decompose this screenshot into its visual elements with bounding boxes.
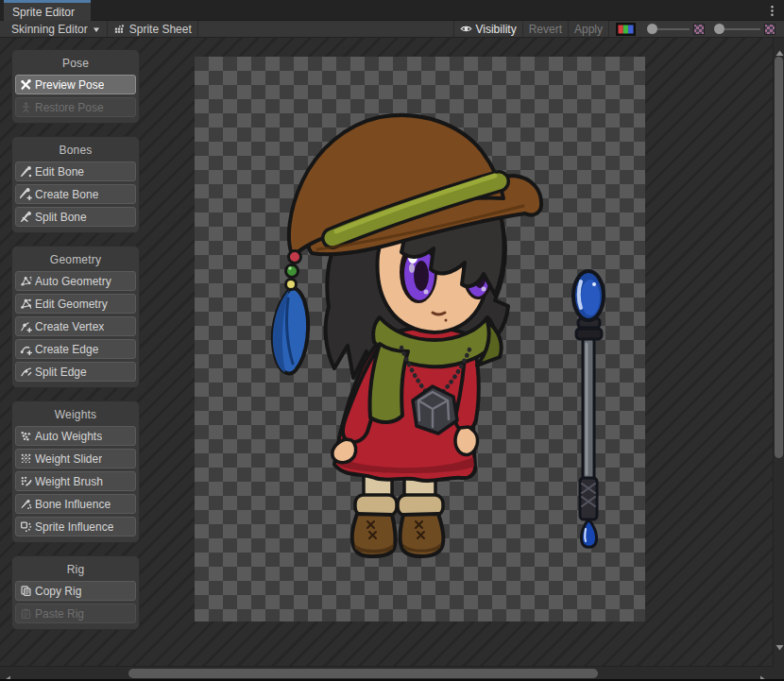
bone-influence-icon bbox=[19, 498, 32, 511]
sprite-sheet-label: Sprite Sheet bbox=[129, 23, 192, 36]
scrollbar-corner bbox=[773, 666, 784, 680]
toolbar: Skinning Editor Sprite Sheet Visibility … bbox=[0, 21, 784, 38]
tab-bar: Sprite Editor bbox=[0, 0, 784, 21]
button-label: Restore Pose bbox=[35, 101, 104, 114]
create-vertex-button[interactable]: Create Vertex bbox=[15, 316, 136, 336]
button-label: Edit Geometry bbox=[35, 298, 108, 311]
skinning-editor-label: Skinning Editor bbox=[11, 23, 88, 36]
weight-brush-icon bbox=[19, 475, 32, 488]
checker-icon bbox=[764, 24, 775, 35]
group-title: Weights bbox=[15, 408, 136, 421]
auto-geometry-icon bbox=[19, 275, 32, 288]
button-label: Weight Brush bbox=[35, 475, 103, 488]
preview-pose-icon bbox=[19, 78, 32, 92]
skinning-editor-dropdown[interactable]: Skinning Editor bbox=[6, 21, 107, 38]
button-label: Sprite Influence bbox=[35, 520, 113, 534]
button-label: Copy Rig bbox=[35, 585, 81, 598]
create-vertex-icon bbox=[19, 320, 32, 333]
horizontal-scroll-thumb[interactable] bbox=[128, 669, 598, 678]
auto-geometry-button[interactable]: Auto Geometry bbox=[15, 271, 136, 291]
eye-icon bbox=[460, 23, 472, 35]
button-label: Create Bone bbox=[35, 188, 98, 201]
button-label: Split Bone bbox=[35, 211, 87, 224]
sprite-sheet-icon bbox=[113, 23, 126, 35]
sprite-sheet-button[interactable]: Sprite Sheet bbox=[108, 21, 197, 38]
slider-track[interactable] bbox=[657, 28, 690, 30]
group-title: Bones bbox=[15, 144, 136, 157]
right-hand bbox=[455, 427, 478, 455]
paste-rig-button[interactable]: Paste Rig bbox=[15, 604, 136, 623]
caret-down-icon bbox=[92, 25, 101, 34]
vertical-scrollbar[interactable] bbox=[773, 38, 784, 666]
button-label: Create Edge bbox=[35, 343, 98, 356]
staff-shaft bbox=[583, 338, 594, 480]
transparency-checker-canvas[interactable] bbox=[195, 57, 645, 621]
weight-slider-button[interactable]: Weight Slider bbox=[15, 449, 136, 468]
edit-geometry-button[interactable]: Edit Geometry bbox=[15, 294, 136, 314]
split-edge-button[interactable]: Split Edge bbox=[15, 362, 136, 382]
create-bone-icon bbox=[19, 188, 32, 201]
staff-orb-sparkle bbox=[592, 282, 596, 286]
edit-bone-button[interactable]: Edit Bone bbox=[15, 162, 136, 181]
button-label: Auto Geometry bbox=[35, 275, 111, 288]
copy-rig-button[interactable]: Copy Rig bbox=[15, 581, 136, 601]
weight-brush-button[interactable]: Weight Brush bbox=[15, 471, 136, 491]
toolbar-right: Visibility Revert Apply bbox=[453, 21, 781, 38]
split-edge-icon bbox=[19, 366, 32, 379]
restore-pose-button[interactable]: Restore Pose bbox=[15, 97, 136, 117]
copy-rig-icon bbox=[19, 585, 32, 598]
preview-pose-button[interactable]: Preview Pose bbox=[15, 75, 136, 94]
horizontal-scrollbar[interactable] bbox=[0, 666, 773, 680]
button-label: Preview Pose bbox=[35, 78, 104, 92]
visibility-button[interactable]: Visibility bbox=[454, 21, 522, 38]
weight-slider-icon bbox=[19, 452, 32, 466]
sprite-canvas-svg bbox=[195, 57, 645, 621]
witch-character[interactable] bbox=[273, 115, 541, 556]
slider-knob[interactable] bbox=[647, 24, 657, 34]
create-bone-button[interactable]: Create Bone bbox=[15, 184, 136, 204]
staff-gem-highlight bbox=[585, 529, 586, 541]
button-label: Create Vertex bbox=[35, 320, 104, 333]
pose-group: Pose Preview Pose Restore Pose bbox=[11, 49, 140, 124]
staff-orb-core bbox=[581, 280, 600, 315]
rgb-swatch-icon[interactable] bbox=[616, 23, 636, 36]
boots bbox=[352, 514, 443, 556]
button-label: Bone Influence bbox=[35, 498, 111, 511]
left-hand bbox=[332, 439, 356, 463]
revert-button[interactable]: Revert bbox=[523, 21, 568, 38]
split-bone-button[interactable]: Split Bone bbox=[15, 207, 136, 227]
create-edge-icon bbox=[19, 343, 32, 356]
visibility-label: Visibility bbox=[476, 23, 517, 36]
group-title: Geometry bbox=[15, 253, 136, 266]
weights-group: Weights Auto Weights Weight Slider Weigh… bbox=[11, 400, 140, 543]
sprite-influence-icon bbox=[19, 520, 32, 534]
split-bone-icon bbox=[19, 211, 32, 224]
feather-charm bbox=[273, 288, 308, 373]
bone-opacity-slider[interactable] bbox=[647, 24, 705, 35]
kebab-menu-icon[interactable] bbox=[765, 4, 778, 17]
skinning-workspace[interactable]: Pose Preview Pose Restore Pose Bones Edi… bbox=[0, 38, 773, 666]
apply-label: Apply bbox=[574, 23, 603, 36]
slider-knob[interactable] bbox=[714, 24, 724, 34]
beauty-mark bbox=[445, 319, 448, 322]
bone-influence-button[interactable]: Bone Influence bbox=[15, 494, 136, 514]
group-title: Pose bbox=[15, 57, 136, 70]
magic-staff[interactable] bbox=[573, 271, 604, 547]
create-edge-button[interactable]: Create Edge bbox=[15, 339, 136, 359]
slider-track[interactable] bbox=[724, 28, 760, 30]
sprite-opacity-slider[interactable] bbox=[714, 24, 775, 35]
tab-sprite-editor[interactable]: Sprite Editor bbox=[4, 0, 91, 21]
staff-gem bbox=[581, 519, 596, 547]
auto-weights-icon bbox=[19, 430, 32, 443]
scroll-down-icon[interactable] bbox=[775, 638, 784, 655]
auto-weights-button[interactable]: Auto Weights bbox=[15, 426, 136, 446]
tab-title: Sprite Editor bbox=[12, 6, 75, 19]
sprite-influence-button[interactable]: Sprite Influence bbox=[15, 517, 136, 536]
bones-group: Bones Edit Bone Create Bone Split Bone bbox=[11, 136, 140, 233]
staff-orb-highlight bbox=[579, 281, 581, 308]
group-title: Rig bbox=[15, 563, 136, 576]
edit-geometry-icon bbox=[19, 298, 32, 311]
button-label: Edit Bone bbox=[35, 165, 84, 179]
apply-button[interactable]: Apply bbox=[569, 21, 608, 38]
vertical-scroll-thumb[interactable] bbox=[775, 57, 783, 458]
